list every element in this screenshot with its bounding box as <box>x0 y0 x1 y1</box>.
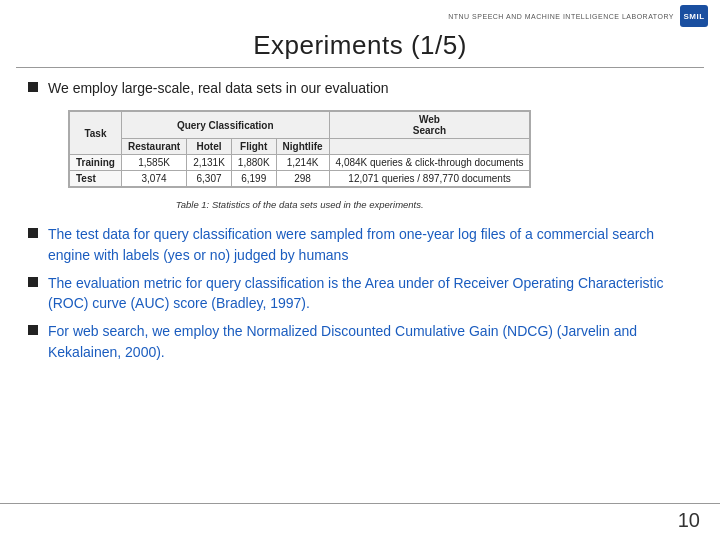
bullet-text-2: The test data for query classification w… <box>48 224 692 265</box>
col-header-restaurant: Restaurant <box>121 139 186 155</box>
cell-test-restaurant: 3,074 <box>121 171 186 187</box>
cell-test-label: Test <box>70 171 122 187</box>
bullet-text-1: We employ large-scale, real data sets in… <box>48 80 389 96</box>
cell-training-flight: 1,880K <box>231 155 276 171</box>
col-header-nightlife: Nightlife <box>276 139 329 155</box>
col-header-query-classification: Query Classification <box>121 112 329 139</box>
cell-training-hotel: 2,131K <box>187 155 232 171</box>
table-row-training: Training 1,585K 2,131K 1,880K 1,214K 4,0… <box>70 155 530 171</box>
cell-training-web: 4,084K queries & click-through documents <box>329 155 530 171</box>
col-header-task: Task <box>70 112 122 155</box>
data-table: Task Query Classification WebSearch Rest… <box>69 111 530 187</box>
bullet-square-3 <box>28 277 38 287</box>
col-header-hotel: Hotel <box>187 139 232 155</box>
bullet-square-2 <box>28 228 38 238</box>
page-number: 10 <box>678 509 700 532</box>
cell-test-flight: 6,199 <box>231 171 276 187</box>
smil-logo: SMIL <box>680 5 708 27</box>
col-header-search-sub <box>329 139 530 155</box>
cell-test-hotel: 6,307 <box>187 171 232 187</box>
table-row-test: Test 3,074 6,307 6,199 298 12,071 querie… <box>70 171 530 187</box>
top-divider <box>16 67 704 68</box>
cell-training-label: Training <box>70 155 122 171</box>
data-table-wrapper: Task Query Classification WebSearch Rest… <box>68 110 531 188</box>
cell-test-nightlife: 298 <box>276 171 329 187</box>
bullet-square-4 <box>28 325 38 335</box>
cell-test-web: 12,071 queries / 897,770 documents <box>329 171 530 187</box>
bullet-item-4: For web search, we employ the Normalized… <box>28 321 692 362</box>
cell-training-nightlife: 1,214K <box>276 155 329 171</box>
col-header-flight: Flight <box>231 139 276 155</box>
ntnu-label: NTNU SPEECH AND MACHINE INTELLIGENCE LAB… <box>448 13 674 20</box>
bullet-item-2: The test data for query classification w… <box>28 224 692 265</box>
content-area: We employ large-scale, real data sets in… <box>0 78 720 362</box>
header-bar: NTNU SPEECH AND MACHINE INTELLIGENCE LAB… <box>0 0 720 28</box>
table-caption: Table 1: Statistics of the data sets use… <box>68 199 531 210</box>
cell-training-restaurant: 1,585K <box>121 155 186 171</box>
bullet-item-3: The evaluation metric for query classifi… <box>28 273 692 314</box>
col-header-web-search: WebSearch <box>329 112 530 139</box>
bullet-item-1: We employ large-scale, real data sets in… <box>28 78 692 216</box>
bottom-divider <box>0 503 720 504</box>
slide-title: Experiments (1/5) <box>0 28 720 67</box>
bullet-text-3: The evaluation metric for query classifi… <box>48 273 692 314</box>
bullet-text-4: For web search, we employ the Normalized… <box>48 321 692 362</box>
bullet-square-1 <box>28 82 38 92</box>
